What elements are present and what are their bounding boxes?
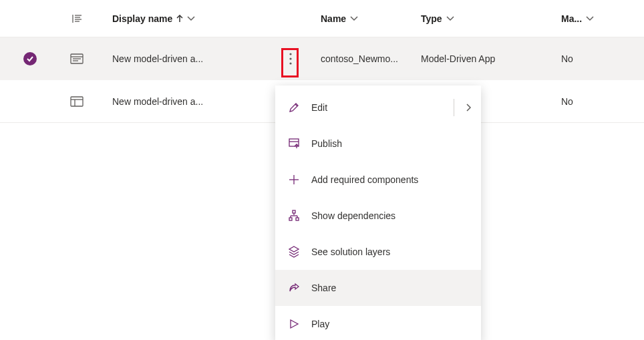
column-type-icon-header[interactable] <box>60 13 94 25</box>
row-selected-check-icon[interactable] <box>23 52 37 65</box>
more-vertical-icon <box>289 53 292 65</box>
column-label: Ma... <box>561 13 582 24</box>
column-header-managed[interactable]: Ma... <box>554 13 644 24</box>
table-header-row: Display name Name Type M <box>0 0 644 37</box>
svg-point-12 <box>289 62 291 64</box>
column-label: Type <box>421 13 442 24</box>
menu-item-play[interactable]: Play <box>275 306 481 340</box>
column-header-display-name[interactable]: Display name <box>94 13 274 24</box>
cell-managed: No <box>561 96 573 107</box>
chevron-right-icon <box>466 104 472 112</box>
app-type-icon <box>70 96 84 107</box>
svg-rect-13 <box>71 97 83 106</box>
chevron-down-icon <box>446 16 454 21</box>
svg-point-11 <box>289 57 291 59</box>
column-label: Name <box>321 13 346 24</box>
svg-rect-22 <box>293 210 295 213</box>
menu-item-solution-layers[interactable]: See solution layers <box>275 234 481 270</box>
menu-label: Edit <box>311 102 327 113</box>
cell-managed: No <box>561 53 573 64</box>
chevron-down-icon <box>586 16 594 21</box>
hierarchy-icon <box>287 209 301 222</box>
row-context-menu: Edit Publish Add required components <box>275 86 481 340</box>
menu-label: Play <box>311 319 329 329</box>
chevron-down-icon <box>350 16 358 21</box>
cell-type: Model-Driven App <box>421 53 495 64</box>
svg-marker-29 <box>289 246 299 252</box>
plus-icon <box>287 173 301 186</box>
column-header-type[interactable]: Type <box>421 13 554 24</box>
menu-label: Add required components <box>311 174 418 185</box>
sort-asc-icon <box>176 15 183 23</box>
cell-display-name: New model-driven a... <box>112 96 203 107</box>
menu-label: Share <box>311 283 336 293</box>
menu-item-share[interactable]: Share <box>275 270 481 306</box>
app-type-icon <box>70 53 84 64</box>
svg-marker-30 <box>291 320 298 328</box>
chevron-down-icon <box>187 16 195 21</box>
layers-icon <box>287 245 301 259</box>
list-settings-icon <box>71 13 83 25</box>
svg-rect-23 <box>289 218 292 220</box>
menu-divider <box>454 99 454 116</box>
menu-label: Show dependencies <box>311 210 395 221</box>
column-header-name[interactable]: Name <box>307 13 421 24</box>
menu-item-publish[interactable]: Publish <box>275 126 481 162</box>
cell-display-name: New model-driven a... <box>112 53 203 64</box>
publish-icon <box>287 137 301 150</box>
share-icon <box>287 281 301 295</box>
row-more-actions-button[interactable] <box>282 47 299 71</box>
play-icon <box>287 317 301 331</box>
menu-label: Publish <box>311 138 342 149</box>
cell-name: contoso_Newmo... <box>321 53 398 64</box>
svg-rect-24 <box>296 218 299 220</box>
edit-pencil-icon <box>287 101 301 114</box>
menu-item-dependencies[interactable]: Show dependencies <box>275 198 481 234</box>
menu-item-add-components[interactable]: Add required components <box>275 162 481 198</box>
table-row[interactable]: New model-driven a... contoso_Newmo... M… <box>0 37 644 80</box>
column-label: Display name <box>112 13 172 24</box>
menu-item-edit[interactable]: Edit <box>275 90 481 126</box>
svg-point-10 <box>289 53 291 55</box>
menu-label: See solution layers <box>311 246 390 257</box>
